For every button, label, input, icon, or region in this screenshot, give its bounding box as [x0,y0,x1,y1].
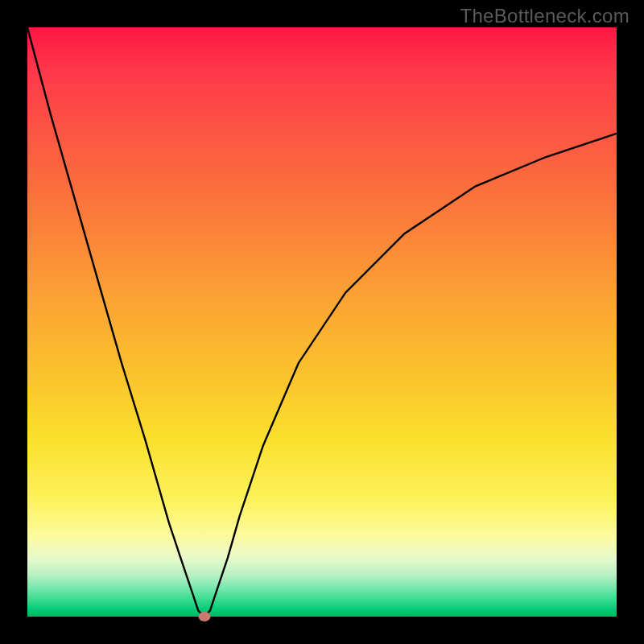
chart-frame: TheBottleneck.com [0,0,644,644]
bottleneck-curve-path [27,27,617,617]
plot-area [27,27,617,617]
watermark-text: TheBottleneck.com [460,5,630,27]
minimum-marker [198,612,210,621]
curve-svg [27,27,617,617]
